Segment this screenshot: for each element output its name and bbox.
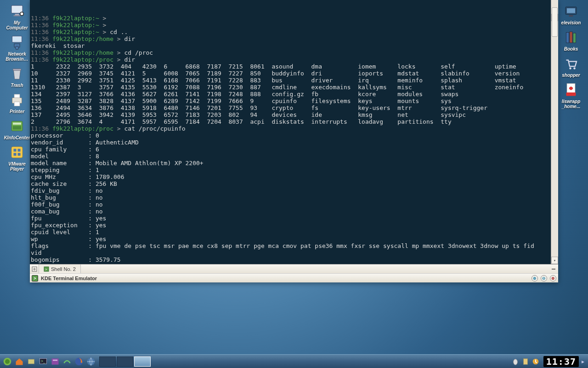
desktop-icon-printer[interactable]: Printer <box>3 91 31 114</box>
konsole-button[interactable]: >_ <box>38 356 49 367</box>
tray-update-icon[interactable] <box>531 357 540 366</box>
tray-clipboard-icon[interactable] <box>521 357 530 366</box>
svg-rect-39 <box>52 358 59 364</box>
tv-icon <box>562 2 580 20</box>
pager-desktop-2[interactable] <box>117 356 133 367</box>
vmware-icon <box>8 143 26 161</box>
desktop-icon-shopper[interactable]: shopper <box>557 54 585 78</box>
window-title-bar[interactable]: KDE Terminal Emulator ⊕ ⊖ ⊗ <box>30 273 558 282</box>
svg-rect-2 <box>14 15 21 16</box>
terminal-window: 11:36 f9k22laptop:~ > 11:36 f9k22laptop:… <box>30 0 558 282</box>
svg-rect-17 <box>18 149 21 152</box>
svg-rect-11 <box>14 102 20 106</box>
window-close-button[interactable]: ⊗ <box>550 275 556 282</box>
scroll-down-button[interactable]: ▾ <box>551 257 558 264</box>
svg-rect-33 <box>552 269 555 270</box>
terminal-tab-bar: > Shell No. 2 <box>30 264 558 273</box>
browser-button[interactable] <box>85 356 96 367</box>
svg-rect-23 <box>566 33 569 43</box>
network-applet[interactable] <box>62 356 73 367</box>
svg-rect-40 <box>53 359 57 361</box>
desktop-icons-right: elevision Books shopper liswrapp _home..… <box>557 2 585 109</box>
computer-icon <box>8 2 26 20</box>
pdf-icon <box>562 80 580 99</box>
terminal-output-area[interactable]: 11:36 f9k22laptop:~ > 11:36 f9k22laptop:… <box>30 0 558 264</box>
svg-rect-18 <box>14 153 17 156</box>
desktop-icon-network-browsing[interactable]: Network Browsin… <box>3 33 31 62</box>
svg-rect-25 <box>573 33 576 43</box>
svg-rect-16 <box>14 149 17 152</box>
svg-point-43 <box>513 359 517 365</box>
svg-point-4 <box>21 12 23 15</box>
svg-rect-24 <box>570 32 572 43</box>
trash-icon <box>8 64 26 83</box>
terminal-scrollbar[interactable]: ▴ ▾ <box>551 0 558 264</box>
svg-rect-19 <box>18 153 21 156</box>
svg-rect-44 <box>523 358 527 364</box>
desktop-icon-my-computer[interactable]: My Computer <box>3 2 31 30</box>
svg-rect-36 <box>28 359 34 364</box>
info-icon <box>8 117 26 135</box>
printer-icon <box>8 91 26 109</box>
system-tray <box>511 357 540 366</box>
svg-rect-8 <box>13 69 21 71</box>
kmenu-button[interactable] <box>2 356 13 367</box>
home-button[interactable] <box>14 356 25 367</box>
pager-desktop-1[interactable] <box>99 356 116 367</box>
svg-point-27 <box>573 67 576 69</box>
desktop-pager <box>99 356 151 367</box>
svg-rect-13 <box>13 123 21 125</box>
taskbar: >_ 11:37 ▸ <box>0 354 588 368</box>
desktop-icon-trash[interactable]: Trash <box>3 64 31 88</box>
svg-text:>_: >_ <box>41 358 45 363</box>
svg-rect-14 <box>13 126 21 130</box>
window-minimize-button[interactable]: ⊕ <box>531 275 538 282</box>
tab-label: Shell No. 2 <box>51 266 76 272</box>
svg-text:>: > <box>45 267 47 271</box>
svg-rect-21 <box>567 8 575 13</box>
firefox-button[interactable] <box>74 356 85 367</box>
window-maximize-button[interactable]: ⊖ <box>541 275 547 282</box>
terminal-tab-icon: > <box>44 266 49 272</box>
desktop-icon-books[interactable]: Books <box>557 28 585 52</box>
svg-rect-22 <box>569 15 573 17</box>
tray-mouse-icon[interactable] <box>511 357 520 366</box>
books-icon <box>562 28 580 46</box>
svg-point-26 <box>569 67 571 69</box>
tab-shell-2[interactable]: > Shell No. 2 <box>39 264 81 273</box>
desktop-icon-kinfocenter[interactable]: KInfoCenter <box>3 117 31 140</box>
svg-point-7 <box>15 46 19 50</box>
svg-rect-5 <box>12 36 22 43</box>
window-title: KDE Terminal Emulator <box>41 276 97 281</box>
new-tab-button[interactable] <box>30 264 39 273</box>
desktop-icon-liswrapp[interactable]: liswrapp _home... <box>557 80 585 109</box>
pager-desktop-3[interactable] <box>134 356 151 367</box>
svg-point-35 <box>5 359 10 364</box>
svg-rect-15 <box>11 147 23 158</box>
svg-rect-29 <box>566 92 576 96</box>
desktop-icon-vmware-player[interactable]: VMware Player <box>3 143 31 172</box>
system-button[interactable] <box>26 356 37 367</box>
kontact-button[interactable] <box>50 356 61 367</box>
svg-rect-10 <box>14 94 20 98</box>
cart-icon <box>562 54 580 73</box>
svg-rect-1 <box>15 14 19 15</box>
network-icon <box>8 33 26 52</box>
desktop-icon-television[interactable]: elevision <box>557 2 585 25</box>
taskbar-expand-button[interactable]: ▸ <box>580 358 586 365</box>
desktop-icons-left: My Computer Network Browsin… Trash Print… <box>3 2 31 172</box>
taskbar-clock[interactable]: 11:37 <box>543 356 579 367</box>
tab-collapse-button[interactable] <box>549 264 558 273</box>
app-icon <box>32 275 38 282</box>
scroll-thumb[interactable] <box>552 7 558 37</box>
